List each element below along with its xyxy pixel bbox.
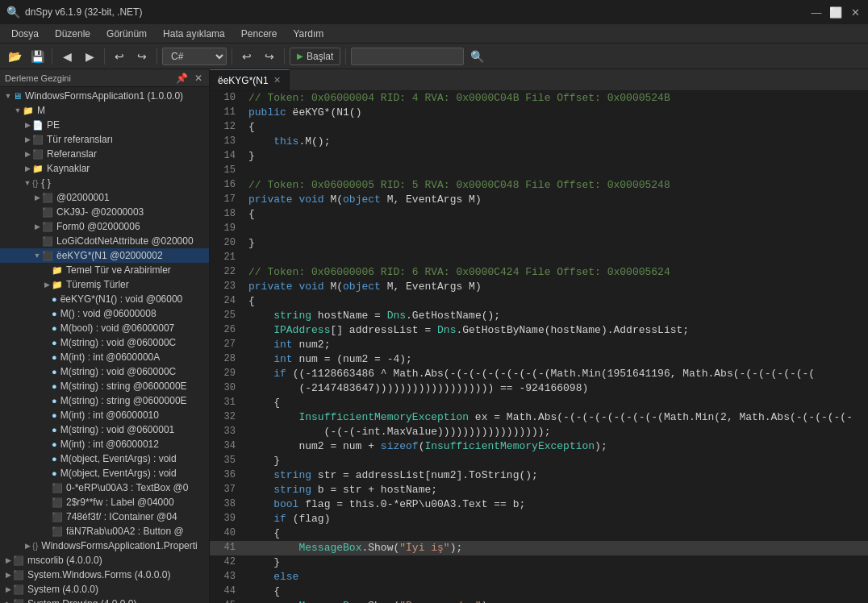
sidebar-pin-button[interactable]: 📌 (174, 73, 190, 84)
menu-yardim[interactable]: Yardım (285, 27, 332, 41)
token-plain: (-(-(-int.MaxValue))))))))))))))))); (248, 426, 550, 438)
line-number: 32 (210, 410, 242, 425)
undo-button[interactable]: ↩ (110, 47, 129, 66)
redo2-button[interactable]: ↪ (260, 47, 279, 66)
nav-back-button[interactable]: ◀ (57, 47, 77, 66)
code-row: 32 InsufficientMemoryException ex = Math… (210, 410, 868, 425)
sidebar-item-button[interactable]: ⬛fäN7Rab\u00A2 : Button @ (0, 524, 209, 539)
sidebar-item-tur-ref[interactable]: ▶⬛Tür referansları (0, 132, 209, 147)
code-row: 34 num2 = num + sizeof(InsufficientMemor… (210, 439, 868, 454)
sidebar-item-temel[interactable]: 📁Temel Tür ve Arabirimler (0, 263, 209, 277)
sidebar-close-button[interactable]: ✕ (193, 73, 204, 84)
node-label: M(string) : void @060000C (61, 366, 177, 377)
menu-duzenle[interactable]: Düzenle (47, 27, 98, 41)
language-select[interactable]: C# IL (162, 48, 227, 65)
sidebar-item-m-event[interactable]: ●M(object, EventArgs) : void (0, 451, 209, 466)
token-kw: public (248, 106, 286, 119)
sidebar-item-m-void[interactable]: ●ëeKYG*(N1() : void @06000 (0, 292, 209, 306)
open-button[interactable]: 📂 (5, 47, 24, 66)
node-icon: ● (52, 454, 57, 464)
sidebar-item-m-string2[interactable]: ●M(string) : void @060000C (0, 364, 209, 379)
sidebar-item-m-int3[interactable]: ●M(int) : int @06000012 (0, 437, 209, 451)
search-button[interactable]: 🔍 (467, 47, 486, 66)
token-plain (248, 339, 273, 351)
start-button[interactable]: ▶ Başlat (290, 48, 340, 65)
node-icon: ⬛ (52, 512, 63, 522)
minimize-button[interactable]: — (810, 6, 823, 19)
token-plain (248, 469, 273, 481)
sidebar-item-logic[interactable]: ⬛LoGiCdotNetAttribute @020000 (0, 234, 209, 248)
sidebar-item-m-string3[interactable]: ●M(string) : void @0600001 (0, 422, 209, 437)
line-content: } (242, 454, 868, 468)
toolbar-sep-4 (232, 48, 232, 64)
code-editor[interactable]: 10// Token: 0x06000004 RID: 4 RVA: 0x000… (210, 91, 868, 603)
sidebar-item-root[interactable]: ▼🖥WindowsFormsApplication1 (1.0.0.0) (0, 89, 209, 103)
sidebar-item-pe[interactable]: ▶📄PE (0, 118, 209, 132)
token-kw: this (273, 135, 298, 148)
line-number: 35 (210, 454, 242, 468)
line-number: 39 (210, 512, 242, 526)
tab-eekyg[interactable]: ëeKYG*(N1 ✕ (210, 69, 290, 90)
node-label: @02000001 (56, 192, 110, 203)
line-number: 40 (210, 526, 242, 541)
sidebar-item-m[interactable]: ▼📁M (0, 103, 209, 118)
node-icon: ⬛ (52, 497, 63, 508)
code-row: 20} (210, 236, 868, 251)
sidebar-item-braces[interactable]: ▼{}{ } (0, 176, 209, 190)
line-content (242, 251, 868, 265)
sidebar-item-m-event2[interactable]: ●M(object, EventArgs) : void (0, 466, 209, 480)
search-input[interactable] (351, 48, 464, 65)
menu-gorunum[interactable]: Görünüm (98, 27, 155, 41)
line-content: // Token: 0x06000005 RID: 5 RVA: 0x0000C… (242, 178, 868, 193)
sidebar-item-kaynaklar[interactable]: ▶📁Kaynaklar (0, 161, 209, 176)
expand-icon: ▶ (23, 164, 32, 173)
nav-fwd-button[interactable]: ▶ (80, 47, 99, 66)
menu-hata[interactable]: Hata ayıklama (155, 27, 233, 41)
sidebar-item-props[interactable]: ▶{}WindowsFormsApplication1.Properti (0, 539, 209, 553)
node-icon: ● (52, 410, 57, 420)
redo-button[interactable]: ↪ (132, 47, 152, 66)
sidebar-item-m-bool[interactable]: ●M(bool) : void @06000007 (0, 321, 209, 335)
menu-dosya[interactable]: Dosya (3, 27, 47, 41)
line-content (242, 222, 868, 236)
sidebar-item-form0[interactable]: ▶⬛Form0 @02000006 (0, 219, 209, 234)
sidebar-item-referanslar[interactable]: ▶⬛Referanslar (0, 147, 209, 161)
menu-pencere[interactable]: Pencere (233, 27, 286, 41)
line-number: 26 (210, 323, 242, 338)
sidebar-item-module[interactable]: ▶⬛ @02000001 (0, 190, 209, 205)
sidebar-item-winforms[interactable]: ▶⬛System.Windows.Forms (4.0.0.0) (0, 568, 209, 582)
sidebar-item-textbox[interactable]: ⬛0-*eRP\u00A3 : TextBox @0 (0, 480, 209, 495)
sidebar-item-m0-void[interactable]: ●M() : void @06000008 (0, 306, 209, 321)
tab-label: ëeKYG*(N1 (218, 75, 269, 86)
line-number: 30 (210, 381, 242, 396)
undo2-button[interactable]: ↩ (237, 47, 257, 66)
sidebar-tree[interactable]: ▼🖥WindowsFormsApplication1 (1.0.0.0)▼📁M▶… (0, 87, 209, 603)
sidebar-item-m-string1[interactable]: ●M(string) : void @060000C (0, 335, 209, 350)
sidebar-item-ckj9j[interactable]: ⬛CKJ9J- @02000003 (0, 205, 209, 219)
node-icon: ● (52, 338, 57, 347)
tab-close-button[interactable]: ✕ (273, 75, 281, 85)
sidebar-item-m-str-ret[interactable]: ●M(string) : string @0600000E (0, 379, 209, 393)
node-label: ëeKYG*(N1 @02000002 (56, 250, 163, 261)
node-label: M() : void @06000008 (61, 308, 156, 319)
sidebar-item-icontainer[interactable]: ⬛748éf3f/ : IContainer @04 (0, 509, 209, 524)
close-button[interactable]: ✕ (849, 6, 862, 19)
sidebar-item-m-str-ret2[interactable]: ●M(string) : string @0600000E (0, 393, 209, 408)
sidebar-item-m-int1[interactable]: ●M(int) : int @0600000A (0, 350, 209, 364)
sidebar-item-label[interactable]: ⬛2$r9**fw : Label @04000 (0, 495, 209, 509)
sidebar-item-eekyg[interactable]: ▼⬛ëeKYG*(N1 @02000002 (0, 248, 209, 263)
sidebar-item-turemis[interactable]: ▶📁Türemiş Türler (0, 277, 209, 292)
node-label: M(string) : void @0600001 (61, 424, 175, 435)
node-icon: 📁 (32, 164, 44, 174)
save-button[interactable]: 💾 (27, 47, 47, 66)
sidebar-item-mscorlib[interactable]: ▶⬛mscorlib (4.0.0.0) (0, 553, 209, 568)
maximize-button[interactable]: ⬜ (829, 6, 842, 19)
token-plain: b = str + hostName; (311, 484, 437, 496)
token-plain: } (248, 455, 280, 467)
token-kw: string (273, 469, 311, 481)
token-kw: if (273, 513, 286, 525)
sidebar-item-m-int2[interactable]: ●M(int) : int @06000010 (0, 408, 209, 422)
node-label: M(int) : int @06000010 (61, 410, 159, 421)
sidebar-item-system[interactable]: ▶⬛System (4.0.0.0) (0, 582, 209, 597)
sidebar-item-drawing[interactable]: ▶⬛System.Drawing (4.0.0.0) (0, 597, 209, 603)
